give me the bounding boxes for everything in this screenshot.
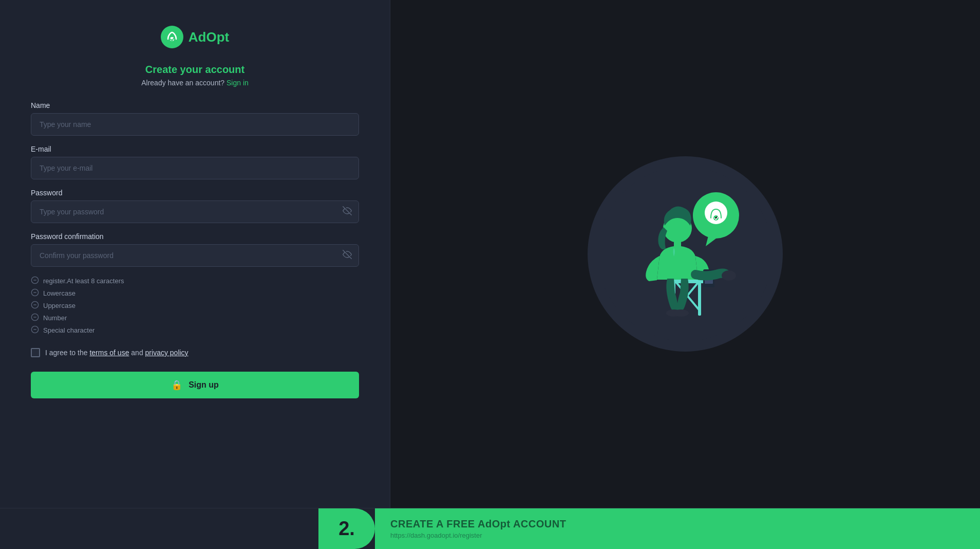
password-confirm-toggle-icon[interactable]	[343, 250, 352, 261]
right-panel	[390, 0, 980, 508]
logo-text: AdOpt	[189, 29, 229, 45]
password-confirm-field-group: Password confirmation	[31, 232, 359, 267]
adopt-logo-icon	[161, 26, 183, 48]
rule-item-1: Lowercase	[31, 288, 124, 298]
name-label: Name	[31, 101, 359, 109]
banner-number: 2.	[318, 508, 375, 549]
email-field-group: E-mail	[31, 145, 359, 179]
agreement-row: I agree to the terms of use and privacy …	[31, 348, 189, 357]
privacy-link[interactable]: privacy policy	[145, 349, 189, 357]
email-input-wrapper	[31, 157, 359, 179]
password-rules: register.At least 8 caracters Lowercase …	[31, 276, 124, 338]
illustration-svg	[598, 167, 772, 341]
email-label: E-mail	[31, 145, 359, 153]
agreement-label: I agree to the terms of use and privacy …	[45, 349, 189, 357]
password-confirm-input-wrapper	[31, 244, 359, 267]
form-subtitle: Already have an account? Sign in	[141, 79, 249, 87]
rule-icon-2	[31, 301, 39, 310]
svg-point-28	[673, 309, 689, 317]
signin-link[interactable]: Sign in	[227, 79, 249, 87]
terms-link[interactable]: terms of use	[89, 349, 129, 357]
rule-icon-1	[31, 288, 39, 298]
illustration-circle	[588, 156, 783, 352]
svg-point-29	[722, 270, 736, 281]
signup-button[interactable]: 🔒 Sign up	[31, 372, 359, 398]
rule-item-3: Number	[31, 313, 124, 323]
form-title: Create your account	[141, 64, 249, 76]
rule-item-2: Uppercase	[31, 301, 124, 310]
bottom-banner: 2. CREATE A FREE AdOpt ACCOUNT https://d…	[0, 508, 980, 549]
name-input[interactable]	[31, 113, 359, 136]
agreement-checkbox[interactable]	[31, 348, 40, 357]
password-confirm-label: Password confirmation	[31, 232, 359, 241]
rule-icon-4	[31, 325, 39, 335]
signup-label: Sign up	[189, 380, 219, 390]
name-field-group: Name	[31, 101, 359, 136]
banner-url: https://dash.goadopt.io/register	[390, 532, 965, 539]
password-confirm-input[interactable]	[31, 244, 359, 267]
password-input-wrapper	[31, 200, 359, 223]
rule-item-4: Special character	[31, 325, 124, 335]
password-toggle-icon[interactable]	[343, 206, 352, 217]
banner-title: CREATE A FREE AdOpt ACCOUNT	[390, 518, 965, 530]
lock-icon: 🔒	[171, 379, 182, 391]
rule-icon-3	[31, 313, 39, 323]
password-field-group: Password	[31, 189, 359, 223]
password-input[interactable]	[31, 200, 359, 223]
svg-point-16	[705, 202, 727, 224]
email-input[interactable]	[31, 157, 359, 179]
left-panel: AdOpt Create your account Already have a…	[0, 0, 390, 508]
form-header: Create your account Already have an acco…	[141, 64, 249, 87]
banner-text: CREATE A FREE AdOpt ACCOUNT https://dash…	[375, 508, 980, 549]
logo-area: AdOpt	[161, 26, 229, 48]
rule-icon-0	[31, 276, 39, 286]
name-input-wrapper	[31, 113, 359, 136]
rule-item-0: register.At least 8 caracters	[31, 276, 124, 286]
password-label: Password	[31, 189, 359, 197]
